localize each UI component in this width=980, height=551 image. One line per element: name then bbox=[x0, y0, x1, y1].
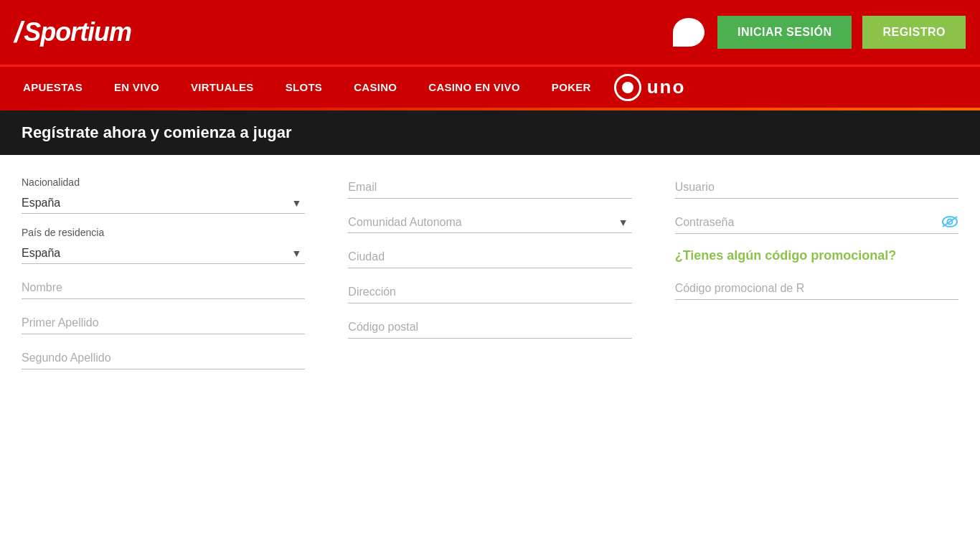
nationality-group: Nacionalidad España ▼ bbox=[22, 176, 305, 214]
promo-code-input[interactable] bbox=[675, 278, 958, 300]
city-input[interactable] bbox=[348, 246, 631, 268]
promo-question-group: ¿Tienes algún código promocional? bbox=[675, 247, 958, 265]
main-nav: APUESTAS EN VIVO VIRTUALES SLOTS CASINO … bbox=[0, 65, 980, 108]
nationality-select[interactable]: España bbox=[22, 192, 305, 214]
form-col-2: Comunidad Autonoma ▼ bbox=[348, 176, 631, 382]
header-right: INICIAR SESIÓN REGISTRO bbox=[671, 14, 966, 50]
email-group bbox=[348, 176, 631, 199]
second-surname-input[interactable] bbox=[22, 347, 305, 369]
header: / Sportium INICIAR SESIÓN REGISTRO bbox=[0, 0, 980, 65]
nav-item-casino-en-vivo[interactable]: CASINO EN VIVO bbox=[413, 66, 536, 109]
registration-banner: Regístrate ahora y comienza a jugar bbox=[0, 110, 980, 155]
promo-question-link[interactable]: ¿Tienes algún código promocional? bbox=[675, 248, 897, 263]
password-wrap bbox=[675, 212, 958, 234]
form-grid: Nacionalidad España ▼ País de residencia… bbox=[22, 176, 958, 382]
residence-select[interactable]: España bbox=[22, 242, 305, 264]
address-input[interactable] bbox=[348, 281, 631, 303]
nationality-select-wrap: España ▼ bbox=[22, 192, 305, 214]
address-group bbox=[348, 281, 631, 303]
city-group bbox=[348, 246, 631, 268]
form-col-3: ¿Tienes algún código promocional? bbox=[675, 176, 958, 382]
nav-item-casino[interactable]: CASINO bbox=[338, 66, 413, 109]
nav-item-slots[interactable]: SLOTS bbox=[270, 66, 339, 109]
nationality-label: Nacionalidad bbox=[22, 176, 305, 188]
form-col-1: Nacionalidad España ▼ País de residencia… bbox=[22, 176, 305, 382]
nav-item-virtuales[interactable]: VIRTUALES bbox=[175, 66, 270, 109]
banner-text: Regístrate ahora y comienza a jugar bbox=[22, 123, 292, 141]
chat-icon[interactable] bbox=[671, 14, 707, 50]
second-surname-group bbox=[22, 347, 305, 369]
login-button[interactable]: INICIAR SESIÓN bbox=[717, 16, 852, 49]
logo[interactable]: / Sportium bbox=[14, 17, 131, 49]
first-surname-input[interactable] bbox=[22, 312, 305, 334]
logo-text: Sportium bbox=[24, 17, 131, 47]
residence-label: País de residencia bbox=[22, 227, 305, 238]
nav-item-uno[interactable]: uno bbox=[607, 74, 693, 101]
community-select[interactable] bbox=[348, 212, 631, 233]
nav-item-apuestas[interactable]: APUESTAS bbox=[7, 66, 98, 109]
community-select-wrap: Comunidad Autonoma ▼ bbox=[348, 212, 631, 233]
name-group bbox=[22, 277, 305, 299]
first-surname-group bbox=[22, 312, 305, 334]
eye-toggle-icon[interactable] bbox=[941, 214, 958, 232]
uno-text: uno bbox=[647, 76, 686, 98]
username-input[interactable] bbox=[675, 176, 958, 199]
password-input[interactable] bbox=[675, 212, 958, 234]
logo-slash: / bbox=[14, 17, 22, 49]
uno-inner-icon bbox=[622, 82, 633, 93]
nav-item-en-vivo[interactable]: EN VIVO bbox=[98, 66, 175, 109]
nav-item-poker[interactable]: POKER bbox=[536, 66, 607, 109]
postal-input[interactable] bbox=[348, 316, 631, 339]
username-group bbox=[675, 176, 958, 199]
community-group: Comunidad Autonoma ▼ bbox=[348, 212, 631, 233]
email-input[interactable] bbox=[348, 176, 631, 199]
postal-group bbox=[348, 316, 631, 339]
chat-dot bbox=[700, 17, 706, 22]
residence-select-wrap: España ▼ bbox=[22, 242, 305, 264]
name-input[interactable] bbox=[22, 277, 305, 299]
registration-form: Nacionalidad España ▼ País de residencia… bbox=[0, 155, 980, 397]
uno-circle-icon bbox=[614, 74, 641, 101]
residence-group: País de residencia España ▼ bbox=[22, 227, 305, 264]
register-button[interactable]: REGISTRO bbox=[862, 16, 966, 49]
password-group bbox=[675, 212, 958, 234]
promo-code-group bbox=[675, 278, 958, 300]
chat-bubble bbox=[673, 18, 705, 47]
